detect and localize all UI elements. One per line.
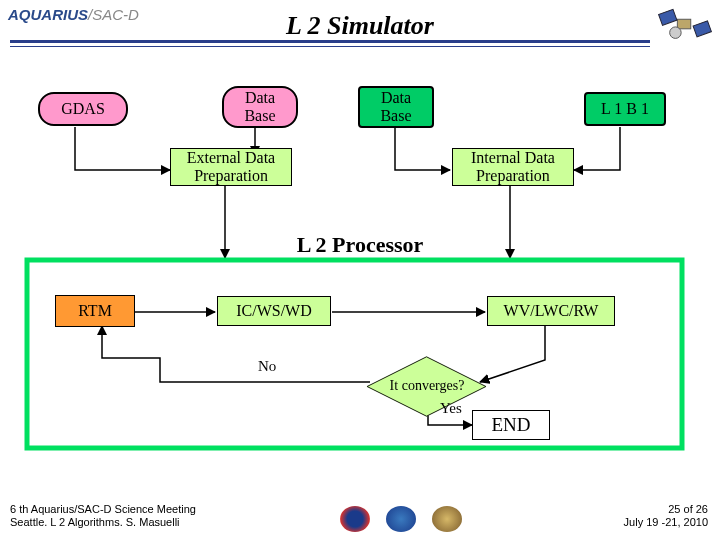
footer-right: 25 of 26 July 19 -21, 2010 — [624, 503, 708, 531]
node-external-prep: External Data Preparation — [170, 148, 292, 186]
footer-badges — [340, 506, 462, 532]
node-converge-label: It converges? — [390, 378, 465, 394]
node-l1b1: L 1 B 1 — [584, 92, 666, 126]
node-icwswd-label: IC/WS/WD — [236, 302, 312, 320]
footer-left: 6 th Aquarius/SAC-D Science Meeting Seat… — [10, 503, 196, 531]
node-database-2-label: Data Base — [380, 89, 411, 124]
node-wvlwcrw: WV/LWC/RW — [487, 296, 615, 326]
node-gdas-label: GDAS — [61, 100, 105, 118]
node-rtm: RTM — [55, 295, 135, 327]
node-wvlwcrw-label: WV/LWC/RW — [504, 302, 599, 320]
node-end-label: END — [491, 415, 530, 436]
footer-page: 25 of 26 — [624, 503, 708, 517]
node-icwswd: IC/WS/WD — [217, 296, 331, 326]
edge-label-no: No — [258, 358, 276, 375]
node-database-2: Data Base — [358, 86, 434, 128]
node-l1b1-label: L 1 B 1 — [601, 100, 649, 118]
node-database-1-label: Data Base — [244, 89, 275, 124]
node-converge: It converges? — [362, 356, 492, 416]
nasa-icon — [340, 506, 370, 532]
globe-icon — [432, 506, 462, 532]
node-rtm-label: RTM — [78, 302, 112, 320]
node-internal-prep: Internal Data Preparation — [452, 148, 574, 186]
edge-label-yes: Yes — [440, 400, 462, 417]
node-internal-prep-label: Internal Data Preparation — [471, 149, 555, 184]
node-end: END — [472, 410, 550, 440]
node-external-prep-label: External Data Preparation — [187, 149, 275, 184]
l2-processor-label: L 2 Processor — [0, 232, 720, 258]
footer-meeting: 6 th Aquarius/SAC-D Science Meeting — [10, 503, 196, 517]
svg-rect-4 — [27, 260, 682, 448]
conae-icon — [386, 506, 416, 532]
node-gdas: GDAS — [38, 92, 128, 126]
footer-date: July 19 -21, 2010 — [624, 516, 708, 530]
node-database-1: Data Base — [222, 86, 298, 128]
flow-connectors — [0, 0, 720, 540]
footer-author: Seattle. L 2 Algorithms. S. Masuelli — [10, 516, 196, 530]
